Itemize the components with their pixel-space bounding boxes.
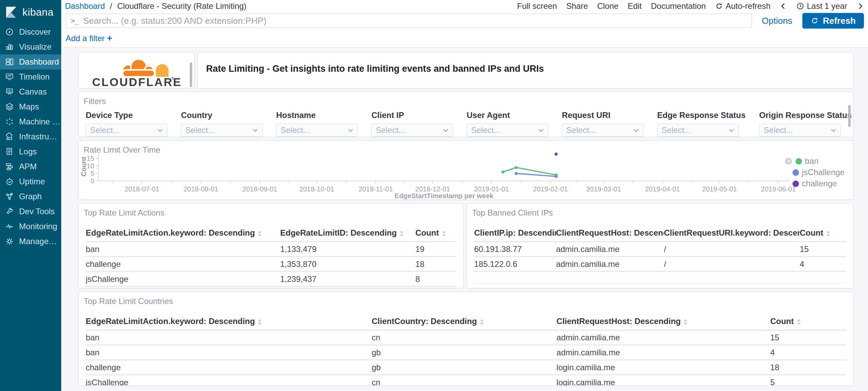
column-header-edgeratelimitaction-keyword-descending[interactable]: EdgeRateLimitAction.keyword: Descending bbox=[86, 315, 372, 330]
sidebar-item-logs[interactable]: Logs bbox=[0, 144, 61, 159]
device-type-select[interactable]: Select... bbox=[86, 124, 167, 137]
breadcrumb-separator: / bbox=[110, 1, 112, 11]
sidebar-nav: DiscoverVisualizeDashboardTimelionCanvas… bbox=[0, 24, 61, 249]
legend-item-ban[interactable]: ban bbox=[784, 156, 845, 166]
auto-refresh-menu-item[interactable]: Auto-refresh bbox=[715, 1, 770, 11]
chevron-down-icon bbox=[348, 129, 353, 132]
column-header-count[interactable]: Count bbox=[415, 226, 456, 242]
breadcrumb-dashboard-link[interactable]: Dashboard bbox=[65, 1, 105, 11]
table-cell: 1,133,479 bbox=[280, 242, 415, 257]
sidebar-item-discover[interactable]: Discover bbox=[0, 24, 61, 39]
options-link[interactable]: Options bbox=[762, 16, 792, 26]
column-header-clientrequesthost-descending[interactable]: ClientRequestHost: Descending bbox=[556, 226, 664, 242]
cloudflare-wordmark: CLOUDFLARE bbox=[92, 75, 182, 87]
maps-icon bbox=[5, 102, 14, 111]
legend-item-challenge[interactable]: challenge bbox=[792, 179, 845, 188]
select-placeholder: Select... bbox=[566, 125, 596, 135]
table-empty-row bbox=[474, 272, 846, 283]
select-placeholder: Select... bbox=[376, 125, 405, 135]
sidebar-item-dashboard[interactable]: Dashboard bbox=[0, 54, 61, 69]
user-agent-select[interactable]: Select... bbox=[467, 124, 548, 137]
sidebar-item-canvas[interactable]: Canvas bbox=[0, 84, 61, 99]
monitoring-icon bbox=[5, 222, 14, 231]
edge-response-status-select[interactable]: Select... bbox=[657, 124, 739, 137]
refresh-button[interactable]: Refresh bbox=[802, 13, 864, 29]
hostname-select[interactable]: Select... bbox=[276, 124, 358, 137]
rate-limit-chart: 0510152018-07-012018-08-012018-09-012018… bbox=[81, 150, 852, 199]
clone-menu-item[interactable]: Clone bbox=[597, 1, 619, 11]
graph-icon bbox=[5, 192, 14, 201]
timelion-icon bbox=[5, 72, 14, 81]
share-menu-item[interactable]: Share bbox=[566, 1, 588, 11]
sidebar-item-management[interactable]: Management bbox=[0, 234, 61, 249]
filter-group-hostname: HostnameSelect... bbox=[276, 111, 358, 137]
sidebar-item-dev-tools[interactable]: Dev Tools bbox=[0, 204, 61, 219]
select-placeholder: Select... bbox=[662, 125, 691, 135]
top-banned-client-ips-table: ClientIP.ip: DescendingClientRequestHost… bbox=[474, 226, 846, 288]
origin-response-status-select[interactable]: Select... bbox=[759, 124, 841, 137]
dashboard-description-title: Rate Limiting - Get insights into rate l… bbox=[198, 52, 853, 74]
table-cell: 4 bbox=[770, 345, 846, 360]
svg-text:2019-02-01: 2019-02-01 bbox=[533, 185, 568, 193]
logo-panel-scrollbar[interactable] bbox=[190, 63, 192, 87]
table-cell: jsChallenge bbox=[86, 272, 280, 287]
machine-learning-icon bbox=[5, 117, 14, 126]
time-range-next-button[interactable] bbox=[856, 2, 864, 10]
legend-expand-icon[interactable] bbox=[784, 157, 792, 165]
sidebar-item-uptime[interactable]: Uptime bbox=[0, 174, 61, 189]
column-header-edgeratelimitid-descending[interactable]: EdgeRateLimitID: Descending bbox=[280, 226, 415, 242]
add-filter-link[interactable]: Add a filter + bbox=[66, 34, 112, 43]
panel-top-rate-limit-countries: Top Rate Limit Countries EdgeRateLimitAc… bbox=[78, 292, 854, 386]
table-row: jsChallengecnlogin.camilia.me5 bbox=[86, 375, 846, 386]
column-header-clientrequesturi-keyword-descending[interactable]: ClientRequestURI.keyword: Descending bbox=[664, 226, 800, 242]
svg-text:2019-05-01: 2019-05-01 bbox=[702, 185, 737, 193]
column-header-count[interactable]: Count bbox=[770, 315, 846, 330]
sidebar-item-maps[interactable]: Maps bbox=[0, 99, 61, 114]
filters-panel-scrollbar[interactable] bbox=[848, 105, 851, 127]
table-empty-row bbox=[474, 283, 846, 289]
column-header-edgeratelimitaction-keyword-descending[interactable]: EdgeRateLimitAction.keyword: Descending bbox=[86, 226, 280, 242]
select-placeholder: Select... bbox=[471, 125, 501, 135]
time-range-picker[interactable]: Last 1 year bbox=[796, 1, 847, 11]
sidebar-item-label: Canvas bbox=[19, 87, 47, 97]
svg-text:2018-11-01: 2018-11-01 bbox=[358, 185, 393, 193]
edit-menu-item[interactable]: Edit bbox=[628, 1, 641, 11]
kibana-logo-icon bbox=[4, 5, 18, 19]
discover-icon bbox=[5, 28, 14, 36]
client-ip-select[interactable]: Select... bbox=[371, 124, 453, 137]
chevron-down-icon bbox=[443, 129, 449, 132]
sidebar-item-label: Timelion bbox=[19, 72, 50, 82]
table-cell: 8 bbox=[415, 272, 456, 287]
kibana-logo[interactable]: kibana bbox=[0, 0, 61, 24]
full-screen-menu-item[interactable]: Full screen bbox=[517, 1, 557, 11]
uptime-icon bbox=[5, 177, 14, 186]
column-header-clientrequesthost-descending[interactable]: ClientRequestHost: Descending bbox=[556, 315, 770, 330]
column-header-clientcountry-descending[interactable]: ClientCountry: Descending bbox=[372, 315, 556, 330]
table-row: 185.122.0.6admin.camilia.me/4 bbox=[474, 257, 846, 272]
search-input[interactable]: >_ Search... (e.g. status:200 AND extens… bbox=[66, 14, 752, 28]
request-uri-select[interactable]: Select... bbox=[562, 124, 644, 137]
sidebar-item-monitoring[interactable]: Monitoring bbox=[0, 219, 61, 234]
legend-label: jsChallenge bbox=[802, 168, 845, 177]
sidebar-item-visualize[interactable]: Visualize bbox=[0, 39, 61, 54]
panel-top-rate-limit-actions: Top Rate Limit Actions EdgeRateLimitActi… bbox=[78, 203, 464, 288]
breadcrumb: Dashboard / Cloudflare - Security (Rate … bbox=[65, 1, 247, 11]
sidebar-item-apm[interactable]: APM bbox=[0, 159, 61, 174]
legend-item-jschallenge[interactable]: jsChallenge bbox=[792, 168, 845, 177]
chevron-down-icon bbox=[538, 129, 544, 132]
infrastructure-icon bbox=[5, 132, 14, 141]
documentation-menu-item[interactable]: Documentation bbox=[651, 1, 706, 11]
table-cell: login.camilia.me bbox=[556, 375, 770, 386]
sidebar-item-machine-le[interactable]: Machine Le... bbox=[0, 114, 61, 129]
column-header-clientip-ip-descending[interactable]: ClientIP.ip: Descending bbox=[474, 226, 556, 242]
sidebar-item-infrastructure[interactable]: Infrastructure bbox=[0, 129, 61, 144]
column-header-count[interactable]: Count bbox=[800, 226, 846, 242]
table-row: ban1,133,47919 bbox=[86, 242, 456, 257]
sidebar: kibana DiscoverVisualizeDashboardTimelio… bbox=[0, 0, 61, 391]
time-range-previous-button[interactable] bbox=[780, 2, 787, 10]
filter-label: Client IP bbox=[371, 111, 453, 120]
table-row: challengegblogin.camilia.me18 bbox=[86, 360, 846, 375]
sidebar-item-graph[interactable]: Graph bbox=[0, 189, 61, 204]
country-select[interactable]: Select... bbox=[181, 124, 263, 137]
sidebar-item-timelion[interactable]: Timelion bbox=[0, 69, 61, 84]
